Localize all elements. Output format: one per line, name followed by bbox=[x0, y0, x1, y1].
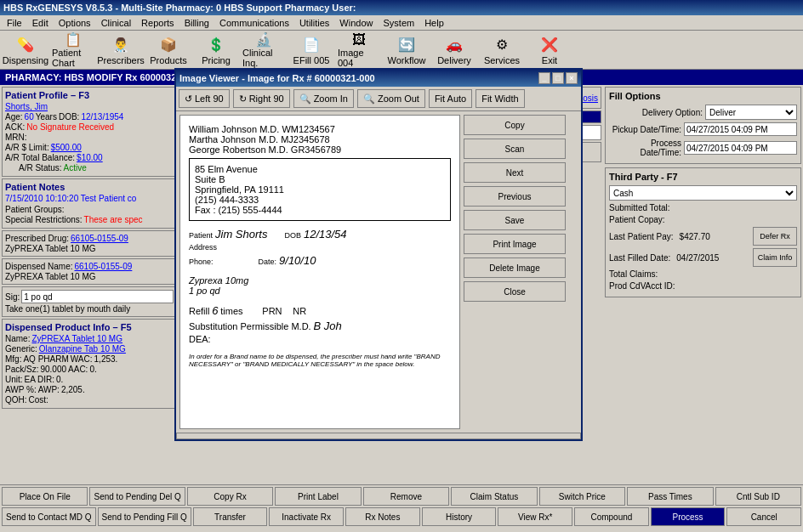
inactivate-rx-button[interactable]: Inactivate Rx bbox=[269, 507, 344, 526]
dp-aac: 0. bbox=[89, 365, 96, 374]
toolbar-exit[interactable]: ❌ Exit bbox=[527, 33, 572, 67]
dp-generic[interactable]: Olanzapine Tab 10 MG bbox=[39, 344, 126, 354]
exit-icon: ❌ bbox=[539, 35, 560, 55]
previous-button[interactable]: Previous bbox=[464, 186, 566, 207]
rx-address-line: Address bbox=[189, 243, 451, 252]
toolbar: 💊 Dispensing 📋 Patient Chart 👨‍⚕️ Prescr… bbox=[0, 31, 803, 70]
menu-help[interactable]: Help bbox=[419, 17, 449, 29]
toolbar-efill[interactable]: 📄 EFill 005 bbox=[289, 33, 333, 67]
zoom-out-icon: 🔍 bbox=[363, 93, 375, 105]
menu-reports[interactable]: Reports bbox=[136, 17, 179, 29]
toolbar-clinical-inq[interactable]: 🔬 Clinical Inq. bbox=[242, 33, 286, 67]
modal-close[interactable]: × bbox=[566, 72, 578, 84]
scan-button[interactable]: Scan bbox=[464, 139, 566, 159]
sig-label: Sig: bbox=[5, 292, 20, 302]
history-button[interactable]: History bbox=[422, 507, 497, 526]
dispensed-ndc[interactable]: 66105-0155-09 bbox=[74, 262, 132, 271]
ar-status: Active bbox=[64, 163, 87, 173]
menu-window[interactable]: Window bbox=[334, 17, 378, 29]
place-on-file-button[interactable]: Place On File bbox=[2, 487, 88, 506]
bottom-bar: Place On File Send to Pending Del Q Copy… bbox=[0, 484, 803, 530]
claim-status-button[interactable]: Claim Status bbox=[451, 487, 537, 506]
rx-phone-date-line: Phone: Date: 9/10/10 bbox=[189, 254, 451, 267]
last-pay-value: $427.70 bbox=[680, 232, 710, 241]
toolbar-patient-chart[interactable]: 📋 Patient Chart bbox=[51, 33, 95, 67]
delete-image-button[interactable]: Delete Image bbox=[464, 258, 566, 278]
send-pending-fill-button[interactable]: Send to Pending Fill Q bbox=[98, 507, 191, 526]
submitted-label: Submitted Total: bbox=[609, 203, 670, 212]
claim-info-button[interactable]: Claim Info bbox=[753, 248, 797, 267]
menu-clinical[interactable]: Clinical bbox=[96, 17, 136, 29]
menu-file[interactable]: File bbox=[2, 17, 27, 29]
pass-times-button[interactable]: Pass Times bbox=[627, 487, 713, 506]
transfer-button[interactable]: Transfer bbox=[193, 507, 268, 526]
delivery-select[interactable]: Deliver bbox=[705, 105, 797, 120]
address-rx-label: Address bbox=[189, 243, 217, 252]
phone-rx-label: Phone: bbox=[189, 258, 214, 266]
dp-name[interactable]: ZyPREXA Tablet 10 MG bbox=[31, 334, 122, 343]
toolbar-image[interactable]: 🖼 Image 004 bbox=[337, 33, 381, 67]
menu-utilities[interactable]: Utilities bbox=[294, 17, 334, 29]
title-text: HBS RxGENESYS V8.5.3 - Multi-Site Pharma… bbox=[3, 3, 356, 13]
toolbar-delivery[interactable]: 🚗 Delivery bbox=[432, 33, 476, 67]
cntl-sub-id-button[interactable]: Cntl Sub ID bbox=[715, 487, 801, 506]
modal-maximize[interactable]: □ bbox=[552, 72, 564, 84]
process-button[interactable]: Process bbox=[651, 507, 726, 526]
modal-minimize[interactable]: _ bbox=[538, 72, 550, 84]
ar-balance[interactable]: $10.00 bbox=[77, 153, 103, 162]
dp-awp: 2,205. bbox=[61, 385, 85, 394]
copy-rx-button[interactable]: Copy Rx bbox=[187, 487, 273, 506]
switch-price-button[interactable]: Switch Price bbox=[539, 487, 625, 506]
title-bar: HBS RxGENESYS V8.5.3 - Multi-Site Pharma… bbox=[0, 0, 803, 15]
send-contact-md-button[interactable]: Send to Contact MD Q bbox=[2, 507, 96, 526]
view-rx-button[interactable]: View Rx* bbox=[498, 507, 572, 526]
toolbar-pricing[interactable]: 💲 Pricing bbox=[194, 33, 238, 67]
toolbar-dispensing[interactable]: 💊 Dispensing bbox=[3, 33, 48, 67]
next-button[interactable]: Next bbox=[464, 162, 566, 183]
prescribed-drug-ndc[interactable]: 66105-0155-09 bbox=[71, 234, 128, 243]
process-input[interactable] bbox=[684, 141, 797, 155]
toolbar-workflow[interactable]: 🔄 Workflow bbox=[384, 33, 429, 67]
menu-edit[interactable]: Edit bbox=[27, 17, 54, 29]
menu-options[interactable]: Options bbox=[54, 17, 96, 29]
zoom-in-button[interactable]: 🔍 Zoom In bbox=[293, 89, 354, 108]
pricing-icon: 💲 bbox=[206, 35, 226, 55]
copy-button[interactable]: Copy bbox=[464, 115, 566, 135]
rx-notes-button[interactable]: Rx Notes bbox=[345, 507, 420, 526]
remove-button[interactable]: Remove bbox=[363, 487, 449, 506]
delivery-label: Delivery Option: bbox=[609, 108, 703, 117]
delivery-icon: 🚗 bbox=[444, 35, 464, 55]
cancel-button[interactable]: Cancel bbox=[726, 507, 801, 526]
fit-auto-button[interactable]: Fit Auto bbox=[429, 89, 472, 108]
print-image-button[interactable]: Print Image bbox=[464, 234, 566, 254]
toolbar-prescribers[interactable]: 👨‍⚕️ Prescribers bbox=[99, 33, 143, 67]
ar-limit-label: A/R $ Limit: bbox=[5, 143, 49, 152]
menu-system[interactable]: System bbox=[378, 17, 419, 29]
menu-billing[interactable]: Billing bbox=[179, 17, 214, 29]
compound-button[interactable]: Compound bbox=[574, 507, 649, 526]
close-image-button[interactable]: Close bbox=[464, 281, 566, 302]
toolbar-services[interactable]: ⚙ Services bbox=[480, 33, 524, 67]
left90-button[interactable]: ↺ Left 90 bbox=[179, 89, 230, 108]
patient-notes-section: Patient Notes 7/15/2010 10:10:20 Test Pa… bbox=[2, 178, 177, 229]
menu-communications[interactable]: Communications bbox=[214, 17, 294, 29]
dp-wac-label: WAC: bbox=[71, 354, 93, 364]
defer-rx-button[interactable]: Defer Rx bbox=[753, 227, 797, 246]
right90-button[interactable]: ↻ Right 90 bbox=[233, 89, 290, 108]
save-button[interactable]: Save bbox=[464, 210, 566, 230]
sig-input[interactable] bbox=[21, 290, 174, 303]
toolbar-products[interactable]: 📦 Products bbox=[146, 33, 191, 67]
zoom-out-button[interactable]: 🔍 Zoom Out bbox=[357, 89, 425, 108]
send-pending-del-button[interactable]: Send to Pending Del Q bbox=[89, 487, 185, 506]
last-filled-label: Last Filled Date: bbox=[609, 253, 670, 263]
ar-limit[interactable]: $500.00 bbox=[51, 143, 82, 152]
payer-select[interactable]: Cash bbox=[609, 185, 797, 201]
dp-dir-label: DIR: bbox=[37, 375, 54, 384]
pickup-input[interactable] bbox=[684, 122, 797, 136]
print-label-button[interactable]: Print Label bbox=[275, 487, 361, 506]
image-toolbar: ↺ Left 90 ↻ Right 90 🔍 Zoom In 🔍 Zoom Ou… bbox=[176, 87, 581, 111]
patient-name[interactable]: Shorts, Jim bbox=[5, 102, 48, 111]
dispensed-label: Dispensed Name: bbox=[5, 262, 72, 271]
image-scrollbar[interactable] bbox=[176, 433, 581, 439]
fit-width-button[interactable]: Fit Width bbox=[476, 89, 524, 108]
